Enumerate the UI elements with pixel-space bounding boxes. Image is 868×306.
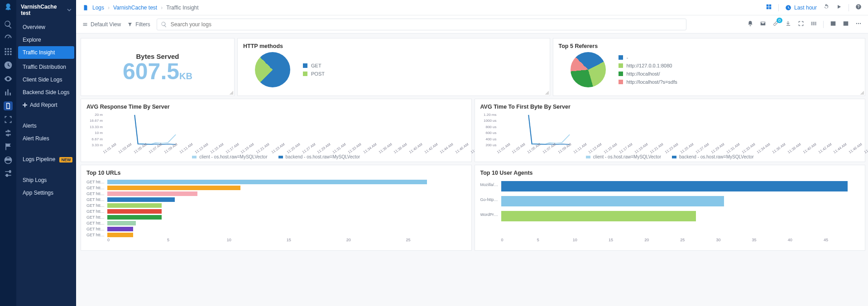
resize-handle[interactable] — [230, 91, 233, 95]
resize-handle[interactable] — [860, 91, 864, 95]
scan-icon[interactable] — [4, 115, 13, 124]
sidebar-item-alerts[interactable]: Alerts — [16, 120, 76, 132]
legend-item[interactable]: backend - os.host.raw=MySQLVector — [672, 154, 754, 159]
dashboard: Bytes Served 607.5KB HTTP methods GETPOS… — [76, 33, 868, 306]
panel-title: Top 10 User Agents — [480, 170, 860, 176]
more-icon[interactable] — [855, 20, 862, 28]
download-icon[interactable] — [785, 20, 791, 28]
legend-item[interactable]: - — [619, 55, 677, 60]
chart-legend: -http://127.0.0.1:8080http://localhost/h… — [619, 55, 677, 85]
chart-bar-icon[interactable] — [4, 88, 13, 97]
filters-tool[interactable]: Filters — [127, 21, 150, 28]
panel-title: AVG Time To First Byte By Server — [480, 104, 860, 110]
chart-axis: 051015202530354045 — [480, 238, 860, 242]
search-icon[interactable] — [4, 20, 13, 29]
panel-title: HTTP methods — [243, 43, 544, 49]
clock-icon[interactable] — [4, 61, 13, 70]
legend-item[interactable]: backend - os.host.raw=MySQLVector — [278, 154, 360, 159]
breadcrumb-parent[interactable]: VarnishCache test — [113, 5, 157, 11]
dashboard-icon[interactable] — [4, 33, 13, 43]
refresh-icon[interactable] — [823, 4, 830, 11]
sidebar-item-app-settings[interactable]: App Settings — [16, 186, 76, 199]
globe-icon[interactable] — [4, 156, 13, 165]
bell-icon[interactable] — [747, 20, 753, 28]
panel-avg-ttfb: AVG Time To First Byte By Server 1.20 ms… — [475, 99, 866, 162]
play-icon[interactable] — [836, 4, 842, 11]
filters-label: Filters — [135, 21, 150, 28]
barcode-icon[interactable] — [810, 20, 817, 28]
sidebar-item-traffic-insight[interactable]: Traffic Insight — [18, 46, 74, 59]
bar-row[interactable]: Mozilla/5... — [501, 179, 860, 194]
legend-item[interactable]: http://localhost/ — [619, 71, 677, 76]
sidebar-item-ship-logs[interactable]: Ship Logs — [16, 174, 76, 186]
sidebar-item-alert-rules[interactable]: Alert Rules — [16, 132, 76, 145]
panel-title: Top 10 URLs — [86, 170, 466, 176]
breadcrumb-current: Traffic Insight — [166, 5, 198, 11]
sidebar-item-client-side-logs[interactable]: Client Side Logs — [16, 73, 76, 86]
sidebar-item-explore[interactable]: Explore — [16, 33, 76, 46]
pie-chart — [255, 52, 290, 87]
panel-bytes-served: Bytes Served 607.5KB — [81, 38, 235, 96]
bar-row[interactable]: GET http:/... — [107, 202, 466, 208]
logs-pipeline-label: Logs Pipeline — [23, 156, 55, 163]
sidebar-item-traffic-distribution[interactable]: Traffic Distribution — [16, 61, 76, 73]
logo-icon[interactable] — [3, 3, 13, 13]
search-input[interactable] — [171, 21, 682, 28]
bar-row[interactable]: GET http:/... — [107, 191, 466, 196]
bar-row[interactable]: GET http:/... — [107, 208, 466, 214]
legend-item[interactable]: client - os.host.raw=MySQLVector — [192, 154, 267, 159]
legend-item[interactable]: GET — [303, 63, 325, 68]
legend-item[interactable]: POST — [303, 71, 325, 76]
svg-point-2 — [860, 23, 861, 24]
default-view-label: Default View — [91, 21, 121, 28]
bar-row[interactable]: GET http:/... — [107, 179, 466, 185]
bar-row[interactable]: GET http:/... — [107, 220, 466, 226]
search-bar[interactable] — [157, 19, 686, 30]
legend-item[interactable]: http://localhost/?s=sdfs — [619, 79, 677, 85]
new-badge: NEW — [59, 157, 72, 163]
sidebar-item-backend-side-logs[interactable]: Backend Side Logs — [16, 86, 76, 99]
sidebar-item-logs-pipeline[interactable]: Logs Pipeline NEW — [16, 153, 76, 166]
bar-row[interactable]: Go-http-cl... — [501, 194, 860, 209]
legend-item[interactable]: client - os.host.raw=MySQLVector — [586, 154, 661, 159]
breadcrumb-root[interactable]: Logs — [92, 5, 104, 11]
bar-row[interactable]: GET http:/... — [107, 214, 466, 220]
mail-icon[interactable] — [760, 20, 766, 28]
sidebar-item-overview[interactable]: Overview — [16, 21, 76, 33]
chart-legend: client - os.host.raw=MySQLVectorbackend … — [480, 154, 860, 159]
eye-icon[interactable] — [4, 74, 13, 83]
add-to-dashboard-icon[interactable] — [766, 4, 772, 11]
bar-row[interactable]: GET http:/... — [107, 185, 466, 191]
bar-row[interactable]: GET http:/... — [107, 196, 466, 202]
time-range-selector[interactable]: Last hour — [785, 5, 817, 11]
app-switcher[interactable]: VarnishCache test — [16, 4, 76, 21]
plus-icon — [23, 103, 27, 107]
sidebar: VarnishCache test Overview Explore Traff… — [16, 0, 76, 306]
link-badge: 0 — [777, 18, 782, 23]
link-icon[interactable]: 0 — [772, 20, 779, 28]
fullscreen-icon[interactable] — [798, 20, 804, 28]
list-view-icon[interactable] — [843, 20, 849, 28]
legend-item[interactable]: http://127.0.0.1:8080 — [619, 63, 677, 68]
settings-icon[interactable] — [4, 169, 13, 178]
bar-row[interactable]: GET http:/... — [107, 232, 466, 238]
icon-rail — [0, 0, 16, 306]
panel-top-referers: Top 5 Referers -http://127.0.0.1:8080htt… — [553, 38, 866, 96]
bar-row[interactable]: WordPress/... — [501, 209, 860, 224]
slack-icon[interactable] — [4, 129, 13, 138]
resize-handle[interactable] — [545, 91, 549, 95]
flag-icon[interactable] — [4, 142, 13, 151]
top-bar: Logs › VarnishCache test › Traffic Insig… — [76, 0, 868, 15]
search-icon — [161, 21, 167, 28]
help-icon[interactable] — [855, 4, 862, 11]
add-report-label: Add Report — [30, 102, 58, 108]
line-chart: 20 m16.67 m13.33 m10 m6.67 m3.33 m11:01 … — [86, 113, 466, 154]
panel-title: Top 5 Referers — [559, 43, 860, 49]
bar-row[interactable]: GET http:/... — [107, 226, 466, 232]
sidebar-item-add-report[interactable]: Add Report — [16, 99, 76, 111]
apps-grid-icon[interactable] — [4, 47, 13, 56]
default-view-tool[interactable]: Default View — [82, 21, 121, 28]
reports-icon[interactable] — [4, 101, 13, 110]
split-icon[interactable] — [830, 20, 836, 28]
bytes-value: 607.5KB — [123, 60, 192, 83]
